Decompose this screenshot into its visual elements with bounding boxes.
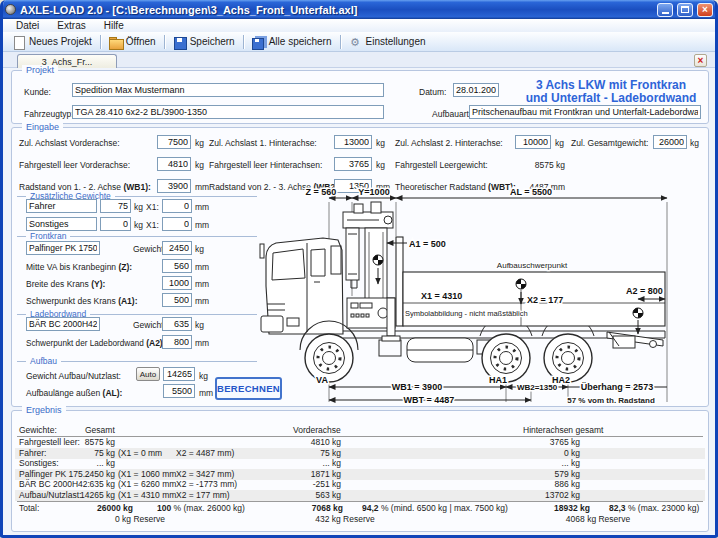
window-title: AXLE-LOAD 2.0 - [C:\Berechnungen\3_Achs_…	[20, 4, 653, 16]
aufbaulaenge-label: Aufbaulänge außen (AL):	[26, 388, 122, 398]
close-button[interactable]: ×	[697, 3, 713, 17]
row-vorder: ... kg	[269, 458, 341, 469]
fahrer-kg-input[interactable]	[100, 199, 131, 213]
dim-wb2-label: WB2=1350	[517, 383, 558, 392]
dim-ueberhang-label: Überhang = 2573	[581, 382, 653, 392]
sonstiges-name-input[interactable]	[26, 217, 97, 231]
frontkran-section: Frontkran	[17, 231, 257, 241]
table-row: Fahrgestell leer: 8575 kg 4810 kg 3765 k…	[15, 437, 705, 448]
open-button[interactable]: Öffnen	[103, 33, 162, 50]
tab-strip: 3_Achs_Fr... ×	[3, 52, 715, 68]
row-gesamt: 2450 kg	[43, 469, 115, 480]
sonstiges-kg-input[interactable]	[100, 217, 131, 231]
unit-kg: kg	[134, 220, 143, 230]
lbw-name-input[interactable]	[26, 317, 100, 331]
unit-kg: kg	[199, 371, 208, 381]
crane	[343, 202, 400, 341]
new-project-button[interactable]: Neues Projekt	[6, 33, 98, 50]
dim-a1-label: A1 = 500	[409, 239, 446, 249]
body-cg-symbol	[516, 279, 526, 289]
zul-achslast-ha2-input[interactable]	[515, 135, 551, 149]
unit-mm: mm	[195, 279, 209, 289]
kran-z-input[interactable]	[162, 259, 192, 273]
unit-kg: kg	[555, 138, 564, 148]
kran-y-label: Breite des Krans (Y):	[26, 279, 105, 289]
table-row: Palfinger PK 175... 2450 kg (X1 = 1060 m…	[15, 469, 705, 480]
row-hinter: 579 kg	[508, 469, 580, 480]
unit-mm: mm	[195, 202, 209, 212]
reserve-vorder: 432 kg Reserve	[305, 514, 385, 525]
lbw-a2-input[interactable]	[162, 335, 192, 349]
kunde-input[interactable]	[72, 83, 384, 97]
tab-close-button[interactable]: ×	[694, 54, 707, 67]
toolbar: Neues Projekt Öffnen Speichern Alle spei…	[3, 32, 715, 52]
total-gesamt: 26000 kg	[61, 503, 133, 514]
kran-y-input[interactable]	[162, 276, 192, 290]
unit-kg: kg	[195, 160, 204, 170]
fahrgestell-leergewicht-label: Fahrgestell Leergewicht:	[395, 160, 488, 170]
kran-gewicht-input[interactable]	[162, 241, 192, 255]
truck-diagram: Z = 560 Y=1000 AL = 5500 A1 = 500 Aufbau…	[259, 186, 709, 407]
unit-kg: kg	[376, 138, 385, 148]
settings-button[interactable]: ⚙Einstellungen	[343, 33, 432, 50]
title-bar: AXLE-LOAD 2.0 - [C:\Berechnungen\3_Achs_…	[0, 0, 718, 19]
project-heading-line2: und Unterfalt - Ladebordwand	[523, 92, 699, 105]
fahrer-name-input[interactable]	[26, 199, 97, 213]
aufbau-caption: Aufbau	[30, 356, 57, 366]
fahrzeugtyp-input[interactable]	[72, 105, 384, 119]
unit-kg: kg	[376, 160, 385, 170]
total-row: Total: 26000 kg 100 % (max. 26000 kg) 70…	[15, 503, 705, 514]
datum-label: Datum:	[419, 87, 446, 97]
unit-mm: mm	[199, 388, 213, 398]
auto-button[interactable]: Auto	[136, 367, 160, 381]
row-hinter: 886 kg	[508, 479, 580, 490]
aufbau-section: Aufbau	[17, 356, 257, 366]
table-row: Fahrer: 75 kg (X1 = 0 mm X2 = 4487 mm) 7…	[15, 448, 705, 459]
app-icon	[5, 4, 16, 15]
fahrer-x1-input[interactable]	[162, 199, 192, 213]
row-x2: X2 = -1773 mm)	[176, 479, 237, 490]
aufbauart-input[interactable]	[469, 105, 701, 119]
header-hinterachsen: Hinterachsen gesamt	[523, 425, 603, 436]
save-all-label: Alle speichern	[269, 36, 332, 47]
fahrgestell-va-input[interactable]	[157, 157, 191, 171]
save-disk-icon	[173, 36, 186, 48]
wbt-percent-label: 57 % vom th. Radstand	[567, 396, 655, 405]
toolbar-separator	[340, 35, 341, 49]
save-all-icon	[252, 36, 265, 48]
maximize-icon	[681, 6, 689, 13]
row-x2: X2 = 177 mm)	[176, 490, 230, 501]
table-row: Sonstiges: ... kg ... kg ... kg	[15, 458, 705, 469]
zul-gesamtgewicht-input[interactable]	[653, 135, 687, 149]
kran-a1-input[interactable]	[162, 293, 192, 307]
sonstiges-x1-input[interactable]	[162, 217, 192, 231]
maximize-button[interactable]	[677, 3, 693, 17]
aufbau-gewicht-input[interactable]	[163, 367, 195, 381]
row-x2: X2 = 3427 mm)	[176, 469, 234, 480]
dim-a2-label: A2 = 800	[626, 286, 663, 296]
menu-hilfe[interactable]: Hilfe	[95, 19, 133, 32]
datum-input[interactable]	[453, 83, 499, 97]
lbw-gewicht-input[interactable]	[162, 317, 192, 331]
sonstiges-x1-label: X1:	[146, 220, 159, 230]
unit-mm: mm	[195, 262, 209, 272]
row-x1: (X1 = 0 mm	[118, 448, 162, 459]
zul-gesamtgewicht-label: Zul. Gesamtgewicht:	[571, 138, 648, 148]
menu-datei[interactable]: Datei	[7, 19, 48, 32]
fahrgestell-ha-input[interactable]	[334, 157, 372, 171]
new-file-icon	[12, 36, 25, 48]
zul-achslast-va-input[interactable]	[157, 135, 191, 149]
table-divider	[17, 501, 703, 502]
minimize-button[interactable]	[657, 3, 673, 17]
total-vorder-pct: 94,2 % (mind. 6500 kg | max. 7500 kg)	[362, 503, 508, 514]
save-button[interactable]: Speichern	[167, 33, 241, 50]
aufbaulaenge-input[interactable]	[163, 384, 195, 398]
zul-achslast-ha1-input[interactable]	[334, 135, 372, 149]
save-all-button[interactable]: Alle speichern	[246, 33, 338, 50]
row-gesamt: 635 kg	[43, 479, 115, 490]
aufbauart-label: Aufbauart:	[432, 109, 471, 119]
menu-extras[interactable]: Extras	[48, 19, 94, 32]
table-row: Aufbau/Nutzlast: 14265 kg (X1 = 4310 mm …	[15, 490, 705, 501]
menu-bar: Datei Extras Hilfe	[3, 19, 715, 32]
kran-name-input[interactable]	[26, 241, 100, 255]
